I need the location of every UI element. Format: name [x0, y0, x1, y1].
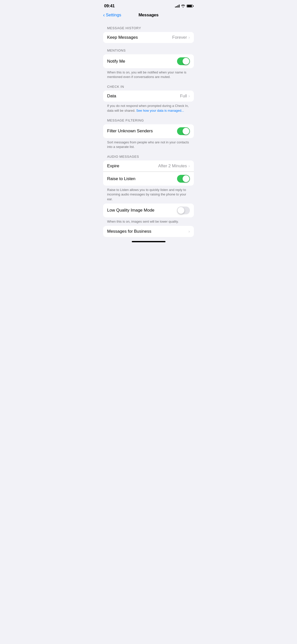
mentions-footer: When this is on, you will be notified wh…	[103, 68, 194, 79]
page-title: Messages	[139, 13, 159, 18]
home-bar	[132, 241, 165, 242]
home-indicator	[99, 239, 198, 244]
mentions-footer-text: When this is on, you will be notified wh…	[107, 70, 186, 79]
back-label: Settings	[106, 13, 121, 18]
notify-me-toggle[interactable]	[177, 57, 190, 65]
bottom-area	[99, 239, 198, 246]
keep-messages-chevron: ›	[188, 35, 190, 40]
expire-label: Expire	[107, 164, 119, 169]
data-value-text: Full	[180, 94, 187, 99]
section-check-in: CHECK IN Data Full › If you do not respo…	[103, 85, 194, 113]
card-message-filtering: Filter Unknown Senders	[103, 124, 194, 138]
audio-messages-footer-text: Raise to Listen allows you to quickly li…	[107, 188, 186, 201]
row-notify-me: Notify Me	[103, 54, 194, 68]
notify-me-label: Notify Me	[107, 59, 125, 64]
section-header-message-history: MESSAGE HISTORY	[103, 26, 194, 30]
audio-messages-footer: Raise to Listen allows you to quickly li…	[103, 186, 194, 202]
messages-for-business-chevron: ›	[188, 229, 190, 234]
signal-icon	[175, 5, 180, 8]
row-data[interactable]: Data Full ›	[103, 91, 194, 102]
keep-messages-label: Keep Messages	[107, 35, 138, 40]
section-message-filtering: MESSAGE FILTERING Filter Unknown Senders…	[103, 118, 194, 149]
back-chevron-icon: ‹	[103, 12, 105, 18]
row-keep-messages[interactable]: Keep Messages Forever ›	[103, 32, 194, 43]
filter-unknown-toggle[interactable]	[177, 127, 190, 135]
section-low-quality: Low Quality Image Mode When this is on, …	[103, 204, 194, 224]
check-in-footer-link[interactable]: See how your data is managed...	[136, 109, 184, 112]
back-button[interactable]: ‹ Settings	[103, 12, 121, 18]
content: MESSAGE HISTORY Keep Messages Forever › …	[99, 21, 198, 239]
low-quality-image-label: Low Quality Image Mode	[107, 208, 154, 213]
data-value: Full ›	[180, 94, 190, 99]
data-chevron: ›	[188, 94, 190, 99]
row-raise-to-listen: Raise to Listen	[103, 172, 194, 186]
toggle-thumb	[183, 58, 189, 65]
card-check-in: Data Full ›	[103, 91, 194, 102]
row-filter-unknown: Filter Unknown Senders	[103, 124, 194, 138]
message-filtering-footer-text: Sort messages from people who are not in…	[107, 140, 189, 149]
raise-to-listen-toggle[interactable]	[177, 175, 190, 183]
expire-chevron: ›	[188, 164, 190, 169]
row-expire[interactable]: Expire After 2 Minutes ›	[103, 160, 194, 172]
wifi-icon	[181, 5, 185, 8]
messages-for-business-value: ›	[188, 229, 190, 234]
low-quality-footer: When this is on, images sent will be low…	[103, 217, 194, 224]
section-messages-for-business: Messages for Business ›	[103, 226, 194, 237]
filter-unknown-label: Filter Unknown Senders	[107, 129, 153, 134]
card-messages-for-business: Messages for Business ›	[103, 226, 194, 237]
keep-messages-value-text: Forever	[172, 35, 187, 40]
status-bar: 09:41	[99, 0, 198, 11]
data-label: Data	[107, 94, 116, 99]
low-quality-image-toggle[interactable]	[177, 207, 190, 214]
section-header-message-filtering: MESSAGE FILTERING	[103, 118, 194, 122]
page: 09:41 ‹ Settings Messages	[99, 0, 198, 246]
section-audio-messages: AUDIO MESSAGES Expire After 2 Minutes › …	[103, 155, 194, 202]
expire-value-text: After 2 Minutes	[158, 164, 187, 169]
toggle-thumb	[178, 207, 184, 214]
check-in-footer: If you do not respond when prompted duri…	[103, 102, 194, 113]
row-messages-for-business[interactable]: Messages for Business ›	[103, 226, 194, 237]
battery-icon	[187, 5, 193, 8]
messages-for-business-label: Messages for Business	[107, 229, 151, 234]
keep-messages-value: Forever ›	[172, 35, 190, 40]
card-message-history: Keep Messages Forever ›	[103, 32, 194, 43]
card-audio-messages: Expire After 2 Minutes › Raise to Listen	[103, 160, 194, 186]
expire-value: After 2 Minutes ›	[158, 164, 190, 169]
row-low-quality-image: Low Quality Image Mode	[103, 204, 194, 217]
raise-to-listen-label: Raise to Listen	[107, 176, 135, 181]
toggle-thumb	[183, 175, 189, 182]
section-header-audio-messages: AUDIO MESSAGES	[103, 155, 194, 158]
section-mentions: MENTIONS Notify Me When this is on, you …	[103, 49, 194, 79]
nav-bar: ‹ Settings Messages	[99, 11, 198, 21]
message-filtering-footer: Sort messages from people who are not in…	[103, 138, 194, 149]
low-quality-footer-text: When this is on, images sent will be low…	[107, 220, 179, 223]
section-header-mentions: MENTIONS	[103, 49, 194, 52]
card-low-quality: Low Quality Image Mode	[103, 204, 194, 217]
status-time: 09:41	[104, 4, 115, 9]
section-message-history: MESSAGE HISTORY Keep Messages Forever ›	[103, 26, 194, 43]
status-icons	[175, 5, 193, 8]
card-mentions: Notify Me	[103, 54, 194, 68]
section-header-check-in: CHECK IN	[103, 85, 194, 89]
toggle-thumb	[183, 128, 189, 135]
